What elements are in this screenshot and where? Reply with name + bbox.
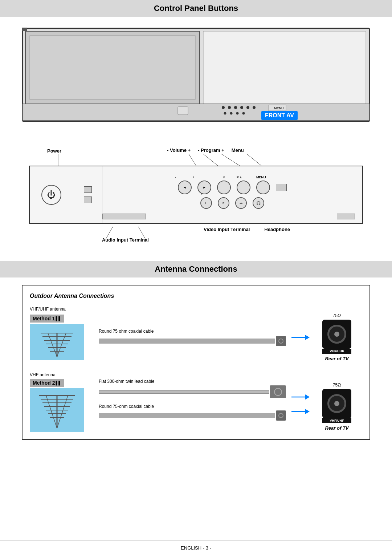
svg-line-25 [247,154,261,166]
svg-rect-5 [22,28,27,31]
footer: ENGLISH - 3 - [0,540,392,555]
controls-labels: - Volume + - Program + Menu [167,147,244,153]
method2-ohm: 75Ω [333,382,341,388]
svg-point-19 [242,112,245,115]
power-button-icon: ⏻ [41,185,61,205]
method1-connector-ring [327,325,346,344]
svg-point-12 [246,106,249,109]
method2-flat-cable [99,385,286,398]
flat-cable-body [99,390,269,394]
adapter-connector [270,385,286,398]
panel-mid-area [73,166,102,223]
antenna-section: Outdoor Antenna Connections VHF/UHF ante… [0,278,392,447]
svg-marker-50 [305,394,310,400]
audio-l-btn: L [200,197,212,209]
svg-point-10 [234,106,237,109]
program-up-btn [237,181,250,194]
svg-text:MENU: MENU [274,106,284,110]
method1-antenna-svg [33,326,81,358]
headphone-btn: 🎧 [253,197,264,209]
method1-cable [99,336,286,346]
svg-line-47 [46,396,57,428]
audio-video-labels: Audio Input Terminal [102,227,175,243]
svg-line-23 [203,154,218,166]
front-av-container: FRONT AV [261,111,298,120]
svg-point-17 [230,112,233,115]
front-av-badge: FRONT AV [261,111,298,120]
svg-point-11 [240,106,243,109]
panel-left-area: ⏻ [30,166,73,223]
method2-antenna-svg [33,390,81,430]
section-header-antenna: Antenna Connections [0,261,392,278]
method2-connector-ring [327,394,346,413]
coax-body [99,413,275,418]
headphone-label: Headphone [264,227,290,243]
method2-antenna-type: VHF antenna [30,372,362,377]
bottom-slot-right [337,214,355,219]
svg-rect-3 [203,31,366,104]
method2-connector-label: VHF/UHF [322,418,351,423]
method2-row: VHF antenna Method 2 ▌▌ [30,372,362,432]
method1-connector-body [322,320,351,349]
method2-label: Method 2 ▌▌ [30,379,64,387]
power-label: Power [47,147,61,154]
method1-rear-label: Rear of TV [325,356,348,361]
svg-marker-52 [305,409,310,414]
method1-antenna-type: VHF/UHF antenna [30,307,362,312]
menu-btn [256,181,270,194]
volume-minus-btn: ◄ [178,181,192,194]
video-btn: ⇒ [235,197,247,209]
antenna-subtitle: Outdoor Antenna Connections [30,293,362,299]
method2-cable2-label: Round 75-ohm coaxial cable [99,404,286,409]
method2-connector-center [334,401,339,406]
svg-marker-38 [305,335,310,340]
method2-antenna-image [30,388,84,432]
svg-point-13 [253,106,256,109]
svg-line-22 [189,154,196,166]
svg-point-18 [236,112,239,115]
method1-cable-area: Round 75 ohm coaxial cable [95,329,290,346]
method2-arrows [290,379,311,419]
svg-point-8 [222,106,225,109]
method1-content: Method 1 ▌▌ [30,313,362,361]
method1-arrow [290,332,311,343]
video-input-label: Video Input Terminal [204,227,250,243]
section-header-control-panel: Control Panel Buttons [0,0,392,17]
method1-row: VHF/UHF antenna Method 1 ▌▌ [30,307,362,361]
cable-body [99,339,275,344]
method1-left: Method 1 ▌▌ [30,315,95,360]
tv-top-svg: MENU [22,28,370,122]
svg-point-16 [224,112,226,115]
small-btn-1 [84,186,92,193]
svg-line-48 [57,396,68,428]
small-btn-2 [84,197,92,203]
method2-content: Method 2 ▌▌ [30,379,362,432]
audio-r-btn: R [218,197,229,209]
control-panel-section: MENU FRONT AV Power - Volume + - Program… [0,17,392,254]
main-btn-row-1: - + ◄ ► v P ∧ MENU [178,181,287,194]
method2-cable1-label: Flat 300-ohm twin lead cable [99,379,286,384]
method2-left: Method 2 ▌▌ [30,379,95,432]
method2-rear-label: Rear of TV [325,425,348,431]
coax-connector [276,410,286,421]
labels-row: Power - Volume + - Program + Menu [29,147,363,166]
svg-rect-7 [178,107,188,115]
method1-antenna-image [30,324,84,360]
antenna-box: Outdoor Antenna Connections VHF/UHF ante… [22,285,370,440]
method1-label: Method 1 ▌▌ [30,315,64,323]
far-right-rect [276,184,287,191]
svg-rect-6 [23,104,369,121]
method1-rear-connector: 75Ω VHF/UHF Rear of TV [311,313,362,361]
method2-coax-cable [99,410,286,421]
method1-connector-label: VHF/UHF [322,349,351,354]
svg-line-24 [221,154,240,166]
svg-rect-2 [30,36,195,100]
bottom-slot [102,214,146,219]
method1-arrow-svg [291,332,310,343]
method2-cable-area: Flat 300-ohm twin lead cable [95,379,290,421]
svg-point-9 [228,106,231,109]
method2-rear-connector: 75Ω VHF/UHF Rear of TV [311,379,362,431]
front-panel-diagram: ⏻ - + ◄ ► v P ∧ [29,166,363,224]
panel-right-area: - + ◄ ► v P ∧ MENU [102,177,362,212]
tv-top-diagram: MENU FRONT AV [22,28,370,144]
